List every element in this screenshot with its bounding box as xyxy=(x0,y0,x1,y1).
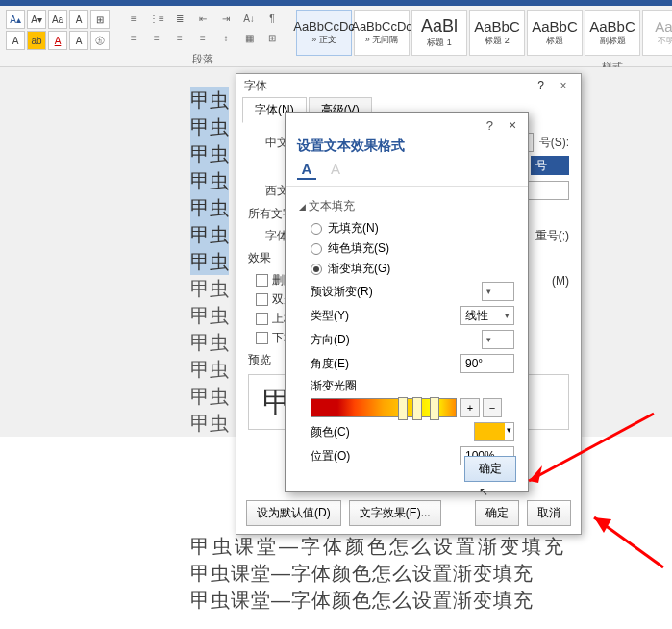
position-label: 位置(O) xyxy=(311,448,350,465)
borders[interactable]: ⊞ xyxy=(261,29,283,46)
ribbon: A▴ A▾ Aa A ⊞ A ab A A ㊄ ≡ ⋮≡ ≣ ⇤ ⇥ A↓ ¶ … xyxy=(0,6,672,67)
enclose[interactable]: ㊄ xyxy=(90,31,110,50)
line-spacing[interactable]: ↕ xyxy=(215,29,236,46)
font-size-up[interactable]: A▴ xyxy=(6,10,25,29)
effects-ok-button[interactable]: 确定 xyxy=(464,456,516,482)
ok-button[interactable]: 确定 xyxy=(475,500,519,526)
font-size-down[interactable]: A▾ xyxy=(27,10,46,29)
preset-label: 预设渐变(R) xyxy=(311,284,373,300)
paragraph-group: ≡ ⋮≡ ≣ ⇤ ⇥ A↓ ¶ ≡ ≡ ≡ ≡ ↕ ▦ ⊞ 段落 xyxy=(123,10,283,63)
set-default-button[interactable]: 设为默认值(D) xyxy=(246,500,341,526)
no-fill-radio[interactable] xyxy=(311,223,322,235)
paragraph-label: 段落 xyxy=(123,52,283,66)
stops-label: 渐变光圈 xyxy=(311,378,514,394)
char-shading[interactable]: A xyxy=(69,31,88,50)
style-nospacing[interactable]: AaBbCcDc» 无间隔 xyxy=(354,10,410,56)
document-full-lines[interactable]: 甲虫课堂—字体颜色怎么设置渐变填充 甲虫课堂—字体颜色怎么设置渐变填充 甲虫课堂… xyxy=(190,533,566,614)
solid-fill-radio[interactable] xyxy=(311,243,322,255)
annotation-arrow-2 xyxy=(586,491,672,577)
style-heading2[interactable]: AaBbC标题 2 xyxy=(469,10,525,56)
text-fill-section[interactable]: 文本填充 xyxy=(299,198,514,214)
effects-help-icon[interactable]: ? xyxy=(486,118,493,133)
char-border[interactable]: ⊞ xyxy=(90,10,110,29)
clear-format[interactable]: A xyxy=(69,10,88,29)
gradient-stop-3[interactable] xyxy=(430,397,439,420)
shading[interactable]: ▦ xyxy=(238,29,260,46)
add-stop-button[interactable]: + xyxy=(460,398,480,417)
style-title[interactable]: AaBbC标题 xyxy=(527,10,583,56)
font-color[interactable]: A xyxy=(48,31,67,50)
cancel-button[interactable]: 取消 xyxy=(527,500,571,526)
gradient-slider[interactable] xyxy=(311,398,457,417)
text-fill-tab-icon[interactable]: A xyxy=(297,161,316,180)
double-checkbox[interactable] xyxy=(256,293,268,306)
gradient-fill-radio[interactable] xyxy=(311,264,322,275)
effects-title: 设置文本效果格式 xyxy=(286,138,528,155)
bullets[interactable]: ≡ xyxy=(123,10,144,27)
help-icon[interactable]: ? xyxy=(537,79,544,92)
change-case[interactable]: Aa xyxy=(48,10,67,29)
color-picker[interactable] xyxy=(474,422,514,441)
style-heading1[interactable]: AaBl标题 1 xyxy=(411,10,467,56)
style-subtitle[interactable]: AaBbC副标题 xyxy=(585,10,640,56)
font-effect[interactable]: A xyxy=(6,31,25,50)
sort[interactable]: A↓ xyxy=(238,10,260,27)
styles-group: AaBbCcDc» 正文 AaBbCcDc» 无间隔 AaBl标题 1 AaBb… xyxy=(296,10,672,63)
show-marks[interactable]: ¶ xyxy=(261,10,283,27)
multilevel[interactable]: ≣ xyxy=(169,10,190,27)
gradient-stop-2[interactable] xyxy=(412,397,422,420)
superscript-checkbox[interactable] xyxy=(256,313,268,325)
align-center[interactable]: ≡ xyxy=(146,29,167,46)
angle-spinner[interactable]: 90° xyxy=(460,354,514,373)
cursor-icon: ↖ xyxy=(479,485,488,498)
text-effects-dialog: ? × 设置文本效果格式 A A 文本填充 无填充(N) 纯色填充(S) 渐变填… xyxy=(285,112,529,492)
selected-text: 甲虫 xyxy=(190,87,229,113)
close-icon[interactable]: × xyxy=(554,79,573,92)
numbering[interactable]: ⋮≡ xyxy=(146,10,167,27)
type-label: 类型(Y) xyxy=(311,308,349,324)
font-dialog-titlebar: 字体 ? × xyxy=(236,74,581,97)
color-label: 颜色(C) xyxy=(311,424,350,440)
text-effects-button[interactable]: 文字效果(E)... xyxy=(349,500,441,526)
align-right[interactable]: ≡ xyxy=(169,29,190,46)
subscript-checkbox[interactable] xyxy=(256,332,268,344)
font-dialog-title: 字体 xyxy=(244,78,267,94)
strikethrough-checkbox[interactable] xyxy=(256,274,268,287)
gradient-stop-1[interactable] xyxy=(398,397,408,420)
style-normal[interactable]: AaBbCcDc» 正文 xyxy=(296,10,352,56)
emphasis-label: 重号(;) xyxy=(535,228,569,244)
angle-label: 角度(E) xyxy=(311,356,349,372)
indent-inc[interactable]: ⇥ xyxy=(215,10,236,27)
font-group: A▴ A▾ Aa A ⊞ A ab A A ㊄ xyxy=(6,10,110,63)
text-outline-tab-icon[interactable]: A xyxy=(326,161,345,180)
effects-close-icon[interactable]: × xyxy=(503,117,522,133)
style-subtle[interactable]: AaBl不明显 xyxy=(642,10,672,56)
align-left[interactable]: ≡ xyxy=(123,29,144,46)
direction-label: 方向(D) xyxy=(311,332,350,348)
remove-stop-button[interactable]: − xyxy=(483,398,502,417)
svg-marker-3 xyxy=(594,517,611,533)
direction-combo[interactable] xyxy=(482,330,514,349)
svg-line-2 xyxy=(594,517,663,567)
size-combo[interactable]: 号 xyxy=(531,156,569,175)
type-combo[interactable]: 线性 xyxy=(460,306,514,325)
preset-combo[interactable] xyxy=(482,282,514,301)
highlight[interactable]: ab xyxy=(27,31,46,50)
align-justify[interactable]: ≡ xyxy=(192,29,213,46)
indent-dec[interactable]: ⇤ xyxy=(192,10,213,27)
